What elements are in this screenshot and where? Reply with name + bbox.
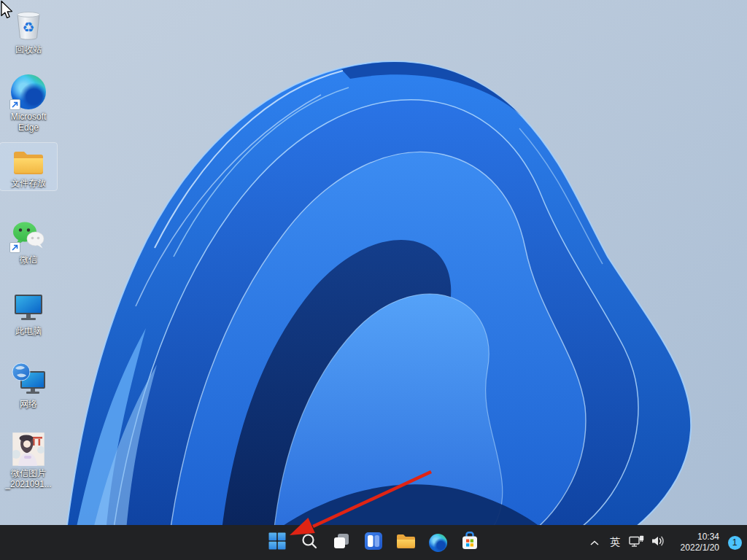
folder-icon [396, 533, 415, 552]
clock-time: 10:34 [697, 532, 719, 542]
desktop-icon-recycle-bin[interactable]: ♻ 回收站 [0, 4, 57, 57]
clock[interactable]: 10:34 2022/1/20 [671, 528, 722, 557]
desktop-icon-wechat[interactable]: 微信 [0, 219, 57, 267]
volume-button[interactable] [648, 528, 670, 557]
wallpaper-bloom-image [0, 0, 747, 560]
ime-label: 英 [610, 536, 620, 549]
notification-center-button[interactable]: 1 [724, 528, 746, 557]
volume-icon [651, 535, 666, 550]
file-explorer-button[interactable] [391, 528, 420, 557]
clock-date: 2022/1/20 [681, 542, 719, 553]
windows-start-icon [268, 532, 286, 553]
edge-button[interactable] [423, 528, 452, 557]
microsoft-store-button[interactable] [455, 528, 484, 557]
desktop-icon-label: 文件存放 [11, 178, 46, 189]
hidden-icons-button[interactable] [585, 528, 604, 557]
shortcut-arrow-icon [9, 99, 20, 110]
desktop: ♻ 回收站 Microsoft Edge [0, 0, 747, 560]
ime-language-button[interactable]: 英 [604, 528, 626, 557]
shortcut-arrow-icon [9, 242, 20, 253]
desktop-icon-label: 微信 [20, 254, 37, 265]
search-button[interactable] [295, 528, 324, 557]
desktop-icon-microsoft-edge[interactable]: Microsoft Edge [0, 73, 57, 135]
notification-badge: 1 [728, 536, 742, 550]
network-icon [629, 535, 645, 551]
desktop-icon-label: 微信图片 _2021091... [5, 468, 51, 490]
edge-icon [429, 534, 447, 552]
system-tray: 英 [585, 525, 746, 560]
desktop-icon-label: Microsoft Edge [11, 112, 47, 133]
widgets-button[interactable] [359, 528, 388, 557]
desktop-icon-label: 此电脑 [15, 326, 42, 337]
image-thumbnail [12, 432, 44, 466]
taskbar: 英 [0, 525, 747, 560]
search-icon [301, 533, 317, 552]
recycle-bin-icon: ♻ [12, 6, 45, 42]
taskbar-center-buttons [263, 528, 484, 557]
this-pc-icon [12, 292, 45, 324]
folder-icon [12, 148, 44, 176]
task-view-icon [333, 532, 350, 553]
microsoft-store-icon [461, 532, 479, 553]
network-globe-icon [11, 362, 47, 397]
svg-text:♻: ♻ [22, 20, 34, 35]
start-button[interactable] [263, 528, 292, 557]
desktop-icon-network[interactable]: 网络 [0, 360, 57, 411]
edge-icon [11, 74, 46, 109]
desktop-icon-label: 网络 [20, 399, 37, 410]
desktop-icon-wechat-image[interactable]: 微信图片 _2021091... [0, 431, 57, 491]
network-status-button[interactable] [626, 528, 648, 557]
desktop-icon-file-storage-folder[interactable]: 文件存放 [0, 143, 57, 190]
widgets-icon [365, 532, 382, 553]
task-view-button[interactable] [327, 528, 356, 557]
desktop-icon-label: 回收站 [15, 44, 42, 55]
chevron-up-icon [590, 536, 599, 549]
desktop-icon-this-pc[interactable]: 此电脑 [0, 290, 57, 338]
wechat-icon [11, 220, 46, 252]
